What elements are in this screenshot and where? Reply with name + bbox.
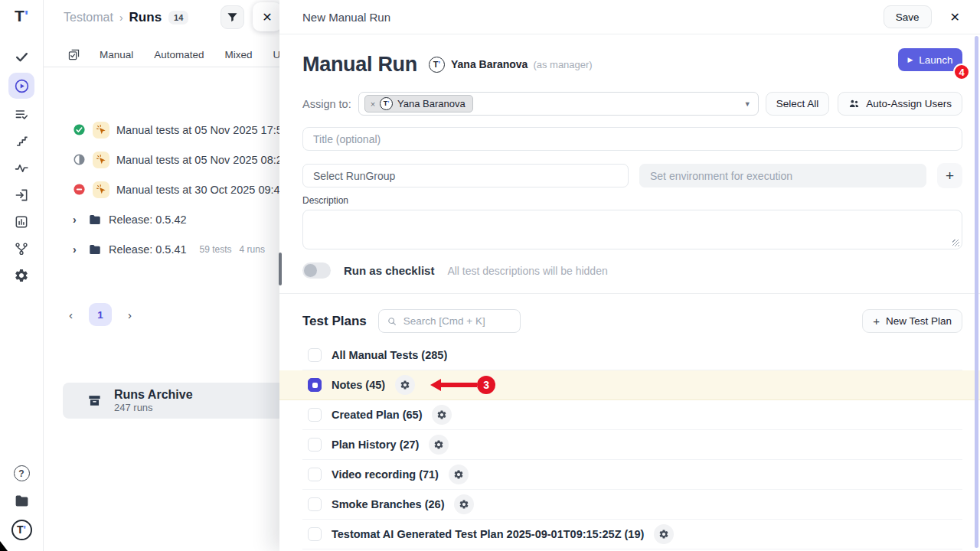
run-title: Manual tests at 05 Nov 2025 08:23	[116, 154, 279, 166]
nav-tests-check-icon[interactable]	[8, 46, 34, 68]
breadcrumb-project[interactable]: Testomat	[64, 11, 113, 24]
left-panel-scrollbar[interactable]	[279, 253, 282, 285]
manual-run-cursor-icon	[93, 181, 109, 198]
runs-panel: Testomat › Runs 14 ✕ ManualAutomatedMixe…	[44, 0, 279, 551]
test-plan-label: Plan History (27)	[332, 439, 419, 451]
run-status-icon	[73, 183, 86, 196]
test-plan-settings-gear-icon[interactable]	[454, 494, 474, 514]
runs-tab[interactable]: Automated	[154, 49, 204, 60]
nav-list-check-icon[interactable]	[8, 103, 34, 126]
annotation-badge-4: 4	[953, 64, 970, 80]
nav-settings-gear-icon[interactable]	[8, 264, 34, 286]
launch-button[interactable]: ▶ Launch 4	[898, 48, 962, 71]
test-plan-checkbox[interactable]	[308, 497, 322, 511]
assignee-avatar: T'	[380, 97, 393, 110]
test-plan-checkbox[interactable]	[308, 438, 322, 452]
app-icon-sidebar: T' ? T'	[0, 0, 44, 551]
breadcrumb: Testomat › Runs 14	[44, 0, 188, 25]
runs-archive-card[interactable]: Runs Archive 247 runs	[63, 383, 279, 419]
release-folders: › Release: 0.5.42 › Release: 0.5.41 59 t…	[44, 204, 279, 264]
archive-runs-count: 247 runs	[114, 402, 193, 413]
users-icon	[848, 98, 860, 109]
modal-header: New Manual Run Save ✕	[279, 0, 980, 34]
rungroup-select-input[interactable]	[302, 164, 629, 187]
runs-tab[interactable]: Mixed	[225, 49, 253, 60]
test-plan-row: All Manual Tests (285)	[302, 341, 962, 370]
test-plans-list: All Manual Tests (285) Notes (45) 3	[302, 341, 962, 549]
user-avatar[interactable]: T'	[8, 517, 34, 542]
archive-box-icon	[87, 393, 102, 408]
run-title-input[interactable]	[302, 127, 962, 151]
release-folder-item[interactable]: › Release: 0.5.41 59 tests4 runs	[44, 234, 279, 264]
assignee-chip: × T' Yana Baranova	[364, 95, 473, 112]
assignees-select[interactable]: × T' Yana Baranova ▼	[358, 92, 759, 116]
run-status-icon	[73, 153, 86, 166]
test-plan-checkbox[interactable]	[308, 527, 322, 541]
filter-button[interactable]	[220, 5, 244, 29]
test-plan-label: Video recording (71)	[332, 468, 439, 481]
test-plan-settings-gear-icon[interactable]	[449, 465, 469, 484]
new-manual-run-modal: New Manual Run Save ✕ Manual Run T' Yana…	[279, 0, 980, 551]
pagination-prev[interactable]: ‹	[69, 308, 73, 321]
pagination-next[interactable]: ›	[128, 308, 132, 321]
test-plan-row: Created Plan (65)	[302, 400, 962, 430]
auto-assign-users-button[interactable]: Auto-Assign Users	[838, 92, 962, 116]
plus-icon: +	[873, 315, 880, 328]
nav-runs-play-circle-icon[interactable]	[8, 73, 34, 99]
page-title: Manual Run	[302, 53, 417, 77]
test-plan-label: Testomat AI Generated Test Plan 2025-09-…	[332, 528, 644, 540]
close-search-button[interactable]: ✕	[253, 2, 279, 31]
help-icon[interactable]: ?	[8, 462, 34, 484]
test-plan-settings-gear-icon[interactable]	[654, 524, 674, 544]
close-modal-button[interactable]: ✕	[950, 10, 960, 24]
test-plan-label: All Manual Tests (285)	[332, 349, 447, 361]
run-list-item[interactable]: Manual tests at 05 Nov 2025 08:23	[44, 145, 279, 174]
run-list-item[interactable]: Manual tests at 05 Nov 2025 17:55	[44, 115, 279, 145]
nav-chart-icon[interactable]	[8, 210, 34, 233]
test-plan-checkbox[interactable]	[308, 378, 322, 392]
run-list-item[interactable]: Manual tests at 30 Oct 2025 09:48	[44, 174, 279, 204]
release-folder-item[interactable]: › Release: 0.5.42	[44, 204, 279, 234]
select-all-button[interactable]: Select All	[766, 92, 830, 116]
test-plan-settings-gear-icon[interactable]	[432, 405, 452, 425]
modal-title: New Manual Run	[302, 11, 390, 24]
add-environment-button[interactable]: +	[937, 163, 962, 188]
remove-assignee-icon[interactable]: ×	[371, 99, 375, 109]
play-icon: ▶	[907, 56, 913, 64]
nav-branch-icon[interactable]	[8, 237, 34, 259]
chevron-right-icon[interactable]: ›	[73, 243, 81, 256]
test-plan-row: Smoke Branches (26)	[302, 490, 962, 520]
test-plan-checkbox[interactable]	[308, 348, 322, 362]
modal-scrollbar[interactable]	[975, 36, 978, 548]
owner-name: Yana Baranova	[451, 58, 528, 70]
search-icon	[387, 316, 397, 327]
clipboard-check-icon[interactable]	[67, 48, 80, 61]
runs-tab[interactable]: Manual	[100, 49, 133, 60]
nav-pulse-icon[interactable]	[8, 157, 34, 179]
search-input[interactable]	[403, 315, 512, 327]
checklist-hint: All test descriptions will be hidden	[447, 265, 607, 277]
test-plans-search[interactable]	[378, 309, 521, 333]
test-plan-checkbox[interactable]	[308, 468, 322, 481]
run-as-checklist-toggle[interactable]	[302, 262, 331, 279]
annotation-badge-3: 3	[477, 376, 495, 394]
runs-tab[interactable]: U	[273, 49, 279, 60]
description-textarea[interactable]	[302, 210, 962, 249]
resize-grip[interactable]	[952, 240, 959, 246]
chevron-right-icon[interactable]: ›	[73, 214, 81, 226]
test-plan-row: Plan History (27)	[302, 430, 962, 460]
environment-input[interactable]	[639, 164, 926, 187]
nav-login-icon[interactable]	[8, 184, 34, 206]
pagination-page-1[interactable]: 1	[89, 303, 112, 326]
projects-folder-icon[interactable]	[8, 490, 34, 512]
test-plan-settings-gear-icon[interactable]	[395, 375, 415, 395]
test-plan-row: Testomat AI Generated Test Plan 2025-09-…	[302, 520, 962, 549]
nav-stairs-icon[interactable]	[8, 130, 34, 152]
test-plan-checkbox[interactable]	[308, 408, 322, 422]
manual-run-cursor-icon	[93, 122, 109, 139]
testomat-logo[interactable]: T'	[15, 7, 28, 25]
chevron-down-icon: ▼	[744, 100, 751, 108]
new-test-plan-button[interactable]: + New Test Plan	[862, 309, 962, 333]
save-button[interactable]: Save	[884, 5, 932, 28]
test-plan-settings-gear-icon[interactable]	[429, 435, 449, 455]
